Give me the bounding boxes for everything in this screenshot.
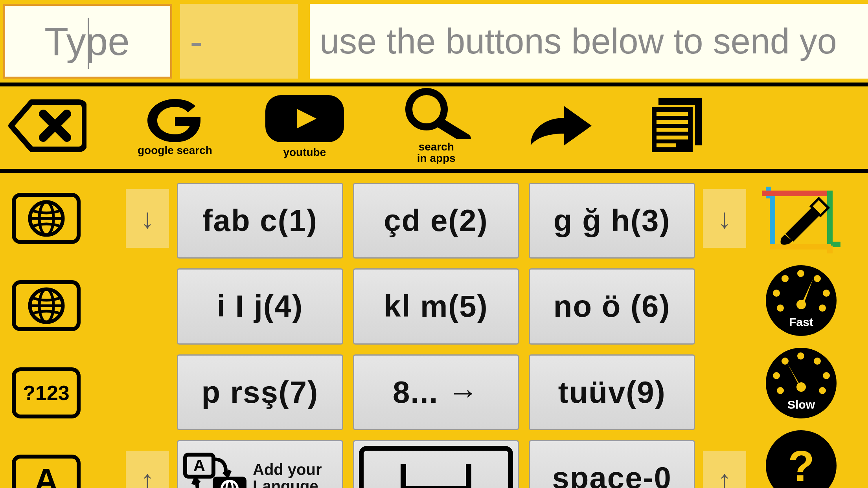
arrow-down-icon: ↓ — [718, 203, 732, 234]
key-4-label: i I j(4) — [217, 288, 303, 324]
speed-slow-button[interactable]: Slow — [766, 348, 837, 418]
help-icon: ? — [788, 441, 814, 488]
arrow-down-left[interactable]: ↓ — [126, 189, 169, 248]
globe-icon — [27, 199, 66, 238]
google-icon — [140, 95, 210, 142]
key-6-label: no ö (6) — [554, 288, 671, 324]
globe-icon — [27, 286, 66, 325]
divider — [0, 169, 868, 173]
arrow-up-icon: ↑ — [141, 464, 154, 488]
screenshot-button[interactable] — [762, 187, 840, 253]
numpad-toggle-button[interactable]: ?123 — [12, 367, 81, 418]
translate-icon: A — [182, 452, 249, 488]
key-9-label: tuüv(9) — [558, 374, 666, 410]
share-button[interactable] — [527, 100, 594, 151]
key-2-label: çd e(2) — [384, 203, 488, 238]
key-1-label: fab c(1) — [202, 203, 318, 238]
key-7-label: p rsş(7) — [201, 374, 318, 410]
svg-rect-17 — [213, 477, 246, 488]
add-language-label: Add your Languge — [253, 461, 322, 488]
searchapps-l1: search — [419, 141, 454, 153]
type-input[interactable]: Type — [3, 4, 172, 79]
spacebar-icon — [359, 446, 513, 488]
backspace-button[interactable] — [8, 98, 86, 153]
hint-text: use the buttons below to send yo — [320, 21, 837, 62]
help-button[interactable]: ? — [766, 430, 837, 488]
add-lang-l2: Languge — [253, 477, 318, 488]
hint-display: use the buttons below to send yo — [310, 4, 868, 79]
share-icon — [527, 100, 594, 151]
svg-rect-23 — [827, 191, 833, 250]
svg-text:A: A — [193, 456, 205, 475]
slow-label: Slow — [766, 398, 837, 411]
key-5-label: kl m(5) — [384, 288, 488, 324]
key-0-label: space-0 — [552, 460, 672, 488]
arrow-up-icon: ↑ — [718, 464, 732, 488]
add-language-button[interactable]: A Add your Languge — [177, 440, 343, 488]
key-8[interactable]: 8... → — [353, 354, 519, 430]
speed-fast-button[interactable]: Fast — [766, 265, 837, 336]
fast-label: Fast — [766, 316, 837, 329]
key-9[interactable]: tuüv(9) — [529, 354, 695, 430]
caps-label: A — [34, 461, 58, 488]
key-3[interactable]: g ğ h(3) — [529, 183, 695, 259]
svg-rect-26 — [762, 191, 774, 196]
arrow-up-left[interactable]: ↑ — [126, 451, 169, 488]
key-7[interactable]: p rsş(7) — [177, 354, 343, 430]
search-in-apps-button[interactable]: search in apps — [397, 88, 476, 164]
key-4[interactable]: i I j(4) — [177, 268, 343, 344]
svg-rect-21 — [770, 191, 775, 250]
globe-button-2[interactable] — [12, 280, 81, 331]
svg-point-31 — [796, 382, 806, 392]
dash-char: - — [190, 19, 203, 64]
backspace-icon — [8, 98, 86, 153]
magnifier-icon — [397, 88, 476, 139]
numpad-label: ?123 — [23, 381, 70, 405]
copy-button[interactable] — [645, 96, 712, 155]
arrow-down-icon: ↓ — [141, 203, 154, 234]
arrow-down-right[interactable]: ↓ — [703, 189, 746, 248]
divider — [0, 83, 868, 86]
google-label: google search — [138, 145, 212, 156]
crop-brush-icon — [762, 187, 840, 253]
youtube-label: youtube — [283, 147, 326, 158]
spacebar-key[interactable] — [353, 440, 519, 488]
key-2[interactable]: çd e(2) — [353, 183, 519, 259]
searchapps-label: search in apps — [417, 141, 456, 164]
globe-button-1[interactable] — [12, 193, 81, 244]
key-6[interactable]: no ö (6) — [529, 268, 695, 344]
document-icon — [645, 96, 712, 155]
key-1[interactable]: fab c(1) — [177, 183, 343, 259]
dash-display: - — [180, 4, 298, 79]
google-search-button[interactable]: google search — [138, 95, 212, 156]
key-5[interactable]: kl m(5) — [353, 268, 519, 344]
type-placeholder: Type — [44, 19, 130, 64]
svg-rect-22 — [770, 191, 833, 196]
key-8-label: 8... → — [393, 374, 479, 410]
caps-button[interactable]: A — [12, 455, 81, 488]
svg-rect-28 — [827, 246, 833, 253]
youtube-icon — [263, 93, 346, 144]
add-lang-l1: Add your — [253, 461, 322, 478]
arrow-up-right[interactable]: ↑ — [703, 451, 746, 488]
key-3-label: g ğ h(3) — [554, 203, 671, 238]
youtube-button[interactable]: youtube — [263, 93, 346, 158]
key-0[interactable]: space-0 — [529, 440, 695, 488]
text-cursor — [88, 18, 89, 69]
svg-rect-24 — [770, 244, 833, 250]
searchapps-l2: in apps — [417, 152, 456, 164]
svg-point-30 — [796, 300, 806, 309]
